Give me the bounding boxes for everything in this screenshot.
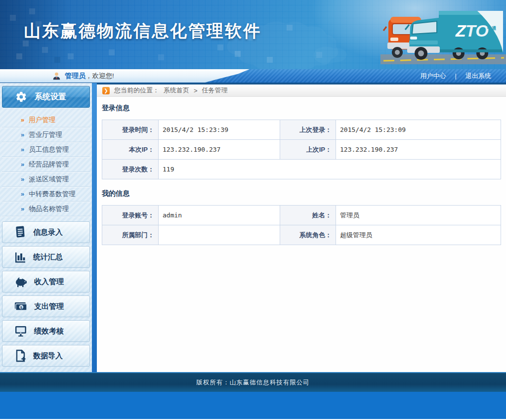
field-value: 123.232.190.237 xyxy=(159,140,280,160)
field-label: 上次IP： xyxy=(280,140,336,160)
field-label: 登录次数： xyxy=(102,160,159,179)
welcome-area: 管理员，欢迎您! xyxy=(0,69,250,83)
sidebar-right-strip xyxy=(92,83,97,372)
breadcrumb: ❯ 您当前的位置：系统首页 > 任务管理 xyxy=(97,83,506,97)
field-value: 超级管理员 xyxy=(336,225,501,245)
sidebar-item-hall-management[interactable]: »营业厅管理 xyxy=(2,127,90,142)
sidebar: 系统设置 »用户管理 »营业厅管理 »员工信息管理 »经营品牌管理 »派送区域管… xyxy=(0,83,97,372)
sidebar-item-label: 物品名称管理 xyxy=(29,205,69,212)
app-title: 山东赢德物流信息化管理软件 xyxy=(24,20,261,42)
link-separator: | xyxy=(455,72,457,80)
user-avatar-icon xyxy=(52,72,61,80)
svg-text:Z: Z xyxy=(455,21,466,40)
svg-text:中通: 中通 xyxy=(487,26,497,31)
piggy-bank-icon xyxy=(14,276,27,288)
sidebar-item-delivery-area-management[interactable]: »派送区域管理 xyxy=(2,172,90,187)
monitor-icon xyxy=(14,325,27,337)
sidebar-item-label: 派送区域管理 xyxy=(29,175,69,183)
sidebar-section-label: 收入管理 xyxy=(34,277,64,287)
welcome-text: 管理员，欢迎您! xyxy=(65,72,114,81)
table-row: 登录账号： admin 姓名： 管理员 xyxy=(102,206,501,225)
field-label: 姓名： xyxy=(280,206,336,225)
sidebar-section-expense[interactable]: $ 支出管理 xyxy=(2,295,90,317)
sidebar-section-label: 绩效考核 xyxy=(34,327,64,336)
field-value: 管理员 xyxy=(336,206,501,225)
topbar: 管理员，欢迎您! 用户中心 | 退出系统 xyxy=(0,69,506,83)
mosaic-decoration xyxy=(10,15,16,21)
breadcrumb-current: 任务管理 xyxy=(202,86,228,95)
sidebar-item-label: 用户管理 xyxy=(29,116,55,124)
sidebar-submenu: »用户管理 »营业厅管理 »员工信息管理 »经营品牌管理 »派送区域管理 »中转… xyxy=(2,113,90,216)
table-row: 登录次数： 119 xyxy=(102,160,501,179)
sidebar-item-brand-management[interactable]: »经营品牌管理 xyxy=(2,157,90,172)
footer-copyright-bar: 版权所有：山东赢德信息科技有限公司 xyxy=(0,372,506,392)
document-import-icon xyxy=(14,349,26,362)
trucks-image: Z TO 中通 xyxy=(380,2,506,69)
chevron-icon: » xyxy=(21,146,24,153)
sidebar-section-label: 统计汇总 xyxy=(33,252,63,262)
sidebar-section-statistics[interactable]: 统计汇总 xyxy=(2,246,90,268)
sidebar-section-income[interactable]: 收入管理 xyxy=(2,271,90,293)
table-row: 登录时间： 2015/4/2 15:23:39 上次登录： 2015/4/2 1… xyxy=(102,120,501,140)
chevron-icon: » xyxy=(21,161,24,168)
breadcrumb-arrow-icon: ❯ xyxy=(102,87,110,94)
footer-blue-band xyxy=(0,392,506,419)
field-label: 登录账号： xyxy=(102,206,159,225)
sidebar-item-label: 营业厅管理 xyxy=(29,131,62,138)
banknotes-icon: $ xyxy=(14,300,27,312)
sidebar-section-info-entry[interactable]: 信息录入 xyxy=(2,221,90,243)
sidebar-section-label: 数据导入 xyxy=(33,351,63,361)
login-info-heading: 登录信息 xyxy=(102,104,506,113)
my-info-heading: 我的信息 xyxy=(102,189,506,198)
welcome-suffix: ，欢迎您! xyxy=(85,72,114,80)
app-window: 山东赢德物流信息化管理软件 xyxy=(0,0,506,420)
field-value: 2015/4/2 15:23:39 xyxy=(159,120,280,140)
sidebar-item-label: 员工信息管理 xyxy=(29,146,69,153)
chevron-icon: » xyxy=(21,205,24,212)
chevron-icon: » xyxy=(21,175,24,183)
my-info-table: 登录账号： admin 姓名： 管理员 所属部门： 系统角色： 超级管理员 xyxy=(102,205,501,245)
sidebar-section-label: 系统设置 xyxy=(35,92,66,102)
field-value: 119 xyxy=(159,160,501,179)
sidebar-section-label: 信息录入 xyxy=(33,228,63,237)
logout-link[interactable]: 退出系统 xyxy=(465,72,491,81)
sidebar-section-data-import[interactable]: 数据导入 xyxy=(2,345,90,367)
field-value: 123.232.190.237 xyxy=(336,140,501,160)
main-content: ❯ 您当前的位置：系统首页 > 任务管理 登录信息 登录时间： 2015/4/2… xyxy=(97,83,506,372)
welcome-username: 管理员 xyxy=(65,72,85,80)
field-value: admin xyxy=(159,206,280,225)
sidebar-section-label: 支出管理 xyxy=(34,302,64,311)
field-value: 2015/4/2 15:23:09 xyxy=(336,120,501,140)
chevron-icon: » xyxy=(21,131,24,138)
sidebar-section-system-settings[interactable]: 系统设置 xyxy=(2,86,90,108)
document-icon xyxy=(14,226,26,239)
login-info-table: 登录时间： 2015/4/2 15:23:39 上次登录： 2015/4/2 1… xyxy=(102,120,501,179)
svg-text:TO: TO xyxy=(465,21,489,40)
sidebar-item-label: 中转费基数管理 xyxy=(29,190,76,198)
field-label: 本次IP： xyxy=(102,140,159,160)
field-label: 登录时间： xyxy=(102,120,159,140)
svg-text:$: $ xyxy=(20,305,23,310)
gear-icon xyxy=(15,91,27,103)
table-row: 所属部门： 系统角色： 超级管理员 xyxy=(102,225,501,245)
sidebar-item-goods-name-management[interactable]: »物品名称管理 xyxy=(2,202,90,216)
user-center-link[interactable]: 用户中心 xyxy=(421,72,446,81)
bar-chart-icon xyxy=(14,251,26,263)
sidebar-item-user-management[interactable]: »用户管理 xyxy=(2,113,90,127)
breadcrumb-separator: > xyxy=(194,87,198,94)
topbar-links: 用户中心 | 退出系统 xyxy=(421,69,491,83)
chevron-icon: » xyxy=(21,116,24,124)
sidebar-item-transfer-fee-management[interactable]: »中转费基数管理 xyxy=(2,187,90,202)
field-value xyxy=(159,225,280,245)
breadcrumb-prefix: 您当前的位置： xyxy=(114,86,159,95)
app-banner: 山东赢德物流信息化管理软件 xyxy=(0,0,506,69)
sidebar-item-staff-info-management[interactable]: »员工信息管理 xyxy=(2,142,90,157)
footer: 版权所有：山东赢德信息科技有限公司 xyxy=(0,372,506,419)
sidebar-section-performance[interactable]: 绩效考核 xyxy=(2,320,90,342)
copyright-text: 版权所有：山东赢德信息科技有限公司 xyxy=(196,378,310,387)
field-label: 上次登录： xyxy=(280,120,336,140)
breadcrumb-home-link[interactable]: 系统首页 xyxy=(164,86,189,95)
table-row: 本次IP： 123.232.190.237 上次IP： 123.232.190.… xyxy=(102,140,501,160)
field-label: 系统角色： xyxy=(280,225,336,245)
sidebar-item-label: 经营品牌管理 xyxy=(29,161,69,168)
